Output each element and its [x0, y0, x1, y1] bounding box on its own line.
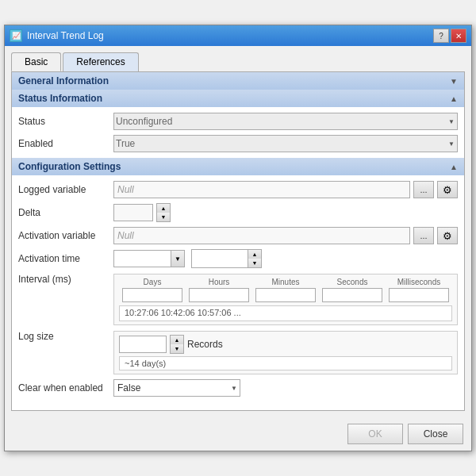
status-label: Status [18, 116, 113, 127]
interval-minutes-header: Minutes [252, 278, 319, 286]
log-size-label: Log size [18, 331, 113, 342]
window-title: Interval Trend Log [27, 30, 104, 41]
interval-days-input[interactable]: 0, [122, 288, 182, 302]
interval-hours-header: Hours [186, 278, 252, 286]
interval-preview: 10:27:06 10:42:06 10:57:06 ... [119, 305, 452, 321]
interval-seconds-val: 0, [319, 288, 386, 302]
logged-variable-settings-button[interactable]: ⚙ [437, 181, 458, 198]
logged-variable-control: ... ⚙ [113, 181, 458, 198]
interval-ms-input[interactable]: 0 [389, 288, 449, 302]
interval-ms-val: 0 [386, 288, 452, 302]
activation-time-control: 13/07/2015 ▼ 10:27:06 ▲ ▼ [113, 249, 458, 268]
activation-variable-control: ... ⚙ [113, 227, 458, 244]
clear-when-enabled-control: False True [113, 379, 458, 397]
interval-label: Interval (ms) [18, 274, 113, 285]
time-spinners: ▲ ▼ [248, 250, 261, 267]
interval-hours-input[interactable]: 0, [189, 288, 249, 302]
general-info-arrow: ▼ [450, 77, 458, 86]
section-status-info[interactable]: Status Information ▲ [12, 90, 464, 107]
clear-when-enabled-select[interactable]: False True [113, 379, 240, 397]
interval-seconds-header: Seconds [319, 278, 386, 286]
interval-values: 0, 0, 15, 0, [119, 288, 452, 302]
tab-references[interactable]: References [63, 52, 138, 71]
bottom-spacer [12, 399, 464, 407]
window-close-button[interactable]: ✕ [451, 29, 466, 43]
time-wrapper: 10:27:06 ▲ ▼ [191, 249, 262, 268]
logged-variable-input[interactable] [113, 181, 410, 198]
title-buttons: ? ✕ [433, 29, 466, 43]
delta-input[interactable]: 0 [113, 204, 153, 221]
log-size-input[interactable]: 1,412 [119, 336, 167, 353]
status-control: Unconfigured [113, 113, 458, 130]
logged-variable-label: Logged variable [18, 184, 113, 195]
help-button[interactable]: ? [433, 29, 449, 43]
delta-spinner-down[interactable]: ▼ [157, 213, 170, 221]
log-size-control: 1,412 ▲ ▼ Records ~14 day(s) [113, 331, 458, 374]
interval-headers: Days Hours Minutes Seconds Milliseconds [119, 278, 452, 286]
logsize-hint-text: ~14 day(s) [125, 359, 166, 368]
activation-variable-input[interactable] [113, 227, 410, 244]
activation-variable-browse-button[interactable]: ... [413, 227, 434, 244]
status-info-arrow: ▲ [450, 94, 458, 103]
logsize-hint: ~14 day(s) [119, 356, 452, 370]
interval-hours-val: 0, [186, 288, 252, 302]
delta-spinner: ▲ ▼ [156, 203, 171, 222]
clear-when-enabled-row: Clear when enabled False True [12, 377, 464, 399]
interval-box: Days Hours Minutes Seconds Milliseconds … [113, 274, 458, 325]
enabled-select[interactable]: True [113, 135, 458, 152]
clear-when-enabled-label: Clear when enabled [18, 382, 113, 393]
delta-control: 0 ▲ ▼ [113, 203, 458, 222]
status-row: Status Unconfigured [12, 110, 464, 132]
footer: OK Close [5, 417, 471, 451]
logsize-inner: 1,412 ▲ ▼ Records [119, 335, 452, 354]
activation-variable-row: Activation variable ... ⚙ [12, 225, 464, 247]
time-input[interactable]: 10:27:06 [192, 250, 248, 267]
time-spinner-up[interactable]: ▲ [248, 250, 261, 259]
interval-days-header: Days [119, 278, 186, 286]
log-size-spinner-up[interactable]: ▲ [171, 336, 183, 344]
delta-spinner-up[interactable]: ▲ [157, 204, 170, 213]
close-button[interactable]: Close [408, 424, 463, 444]
activation-time-row: Activation time 13/07/2015 ▼ 10:27:06 ▲ [12, 247, 464, 271]
log-size-spinner-down[interactable]: ▼ [171, 344, 183, 353]
interval-minutes-val: 15, [252, 288, 319, 302]
status-select[interactable]: Unconfigured [113, 113, 458, 130]
enabled-control: True [113, 135, 458, 152]
status-select-wrapper: Unconfigured [113, 113, 458, 130]
log-size-spinner: ▲ ▼ [170, 335, 184, 354]
clear-when-enabled-select-wrapper: False True [113, 379, 240, 397]
tabs-container: Basic References [11, 52, 465, 71]
main-window: 📈 Interval Trend Log ? ✕ Basic Reference… [4, 25, 472, 451]
activation-time-label: Activation time [18, 253, 113, 264]
enabled-row: Enabled True [12, 132, 464, 155]
interval-minutes-input[interactable]: 15, [255, 288, 316, 302]
status-info-content: Status Unconfigured Enabled [12, 107, 464, 158]
date-dropdown-button[interactable]: ▼ [171, 250, 185, 267]
activation-variable-settings-button[interactable]: ⚙ [437, 227, 458, 244]
logged-variable-row: Logged variable ... ⚙ [12, 178, 464, 201]
delta-row: Delta 0 ▲ ▼ [12, 201, 464, 225]
logged-variable-browse-button[interactable]: ... [413, 181, 434, 198]
log-size-row: Log size 1,412 ▲ ▼ Records [12, 328, 464, 377]
logsize-box: 1,412 ▲ ▼ Records ~14 day(s) [113, 331, 458, 374]
section-general-info[interactable]: General Information ▼ [12, 72, 464, 90]
tab-content-basic: General Information ▼ Status Information… [11, 71, 465, 411]
date-wrapper: 13/07/2015 ▼ [113, 250, 185, 267]
content-area: Basic References General Information ▼ S… [5, 46, 471, 417]
time-wrapper-outer: 10:27:06 ▲ ▼ [191, 249, 262, 268]
config-settings-content: Logged variable ... ⚙ Delta 0 ▲ ▼ [12, 175, 464, 410]
enabled-select-wrapper: True [113, 135, 458, 152]
delta-label: Delta [18, 207, 113, 218]
title-bar-left: 📈 Interval Trend Log [10, 29, 104, 42]
section-config-settings[interactable]: Configuration Settings ▲ [12, 158, 464, 175]
interval-days-val: 0, [119, 288, 186, 302]
tab-basic[interactable]: Basic [11, 52, 61, 71]
interval-ms-header: Milliseconds [386, 278, 452, 286]
time-spinner-down[interactable]: ▼ [248, 259, 261, 267]
enabled-label: Enabled [18, 138, 113, 149]
interval-row: Interval (ms) Days Hours Minutes Seconds… [12, 271, 464, 328]
title-bar: 📈 Interval Trend Log ? ✕ [5, 25, 471, 46]
ok-button[interactable]: OK [347, 424, 403, 444]
activation-variable-label: Activation variable [18, 230, 113, 241]
interval-seconds-input[interactable]: 0, [322, 288, 382, 302]
